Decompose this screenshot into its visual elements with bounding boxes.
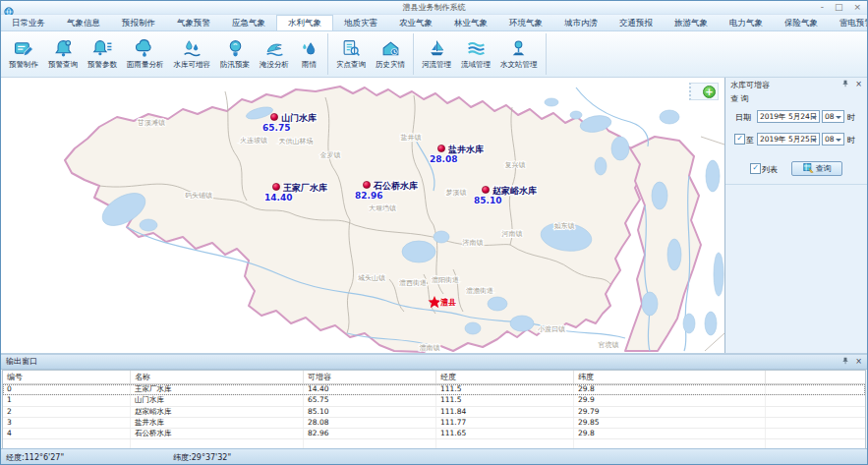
output-panel-title: 输出窗口 xyxy=(6,357,37,366)
to-date-select[interactable]: 2019年 5月25日 xyxy=(757,133,820,145)
toolbar-button-label: 雨情 xyxy=(302,60,317,70)
status-bar: 经度:112°6'27" 纬度:29°37'32" xyxy=(1,448,867,464)
table-cell-filler xyxy=(766,418,865,428)
table-row[interactable]: 4石公桥水库82.96111.6529.8 xyxy=(3,429,865,439)
reservoir-dot-icon[interactable] xyxy=(270,113,277,120)
from-date-select[interactable]: 2019年 5月24日 xyxy=(757,110,820,123)
menu-tab-14[interactable]: 保险气象 xyxy=(774,15,829,30)
reservoir-capacity-value: 14.40 xyxy=(264,193,292,203)
status-latitude: 纬度:29°37'32" xyxy=(173,452,231,463)
column-header-1[interactable]: 名称 xyxy=(131,371,304,383)
panel-close-icon[interactable]: × xyxy=(854,80,863,88)
reservoir-name-label: 赵家峪水库 xyxy=(492,186,537,196)
toolbar-button-flood-plan[interactable]: 防汛预案 xyxy=(215,32,255,76)
toolbar-button-reservoir-capacity[interactable]: 水库可增容 xyxy=(169,32,216,76)
table-row[interactable]: 3盐井水库28.08111.7729.85 xyxy=(3,418,865,429)
flood-plan-icon xyxy=(225,38,246,59)
query-button[interactable]: 查询 xyxy=(791,161,842,176)
toolbar-button-label: 预警制作 xyxy=(9,60,38,70)
table-row[interactable]: 2赵家峪水库85.10111.8429.79 xyxy=(3,407,865,418)
menu-tab-2[interactable]: 预报制作 xyxy=(111,15,166,30)
to-date-checkbox[interactable]: ✓ xyxy=(734,134,745,145)
list-label: 列表 xyxy=(762,164,778,175)
toolbar-button-warning-bell[interactable]: 预警查询 xyxy=(43,32,83,76)
panel-divider xyxy=(725,184,867,185)
river-icon xyxy=(427,38,447,59)
town-label: 如东镇 xyxy=(554,222,575,230)
toolbar-button-submerge[interactable]: 淹没分析 xyxy=(255,32,294,76)
table-cell: 111.5 xyxy=(436,384,574,394)
table-cell: 111.65 xyxy=(436,429,574,438)
pin-icon[interactable] xyxy=(840,80,849,88)
toolbar-separator xyxy=(413,33,414,75)
table-row[interactable]: 1山门水库65.75111.529.9 xyxy=(3,395,865,406)
toolbar-button-basin[interactable]: 流域管理 xyxy=(456,32,495,76)
basin-icon xyxy=(466,38,487,59)
table-cell: 85.10 xyxy=(304,407,436,417)
menu-tab-11[interactable]: 交通预报 xyxy=(608,15,664,30)
map-canvas[interactable]: 甘溪滩镇火连坡镇天供山林场金罗镇盐井镇复兴镇码头铺镇梦溪镇大堰垱镇河南镇涔南镇如… xyxy=(1,78,724,353)
menu-tab-4[interactable]: 应急气象 xyxy=(221,15,276,30)
list-checkbox[interactable]: ✓ xyxy=(750,163,761,174)
maximize-button[interactable]: □ xyxy=(835,1,843,14)
zoom-in-button[interactable]: + xyxy=(703,86,716,98)
table-cell-filler xyxy=(766,384,865,394)
town-label: 河南镇 xyxy=(501,230,523,238)
menu-tab-12[interactable]: 旅游气象 xyxy=(664,15,719,30)
table-cell: 111.84 xyxy=(436,407,574,417)
menu-tab-13[interactable]: 电力气象 xyxy=(719,15,774,30)
menu-tab-3[interactable]: 气象预警 xyxy=(166,15,221,30)
table-cell: 王家厂水库 xyxy=(131,384,304,394)
column-header-3[interactable]: 经度 xyxy=(436,371,574,383)
ribbon-toolbar: 预警制作预警查询预警参数面雨量分析水库可增容防汛预案淹没分析雨情灾点查询历史灾情… xyxy=(1,31,867,78)
reservoir-dot-icon[interactable] xyxy=(363,181,370,188)
output-panel: 输出窗口 × 编号名称可增容经度纬度0王家厂水库14.40111.529.81山… xyxy=(1,353,867,451)
table-cell: 2 xyxy=(3,407,131,417)
output-close-icon[interactable]: × xyxy=(854,357,863,366)
reservoir-dot-icon[interactable] xyxy=(437,145,444,151)
results-table[interactable]: 编号名称可增容经度纬度0王家厂水库14.40111.529.81山门水库65.7… xyxy=(2,370,866,451)
menu-tab-10[interactable]: 城市内涝 xyxy=(553,15,608,30)
menu-tab-5[interactable]: 水利气象 xyxy=(276,15,333,30)
warning-bell-icon xyxy=(53,38,74,59)
column-header-0[interactable]: 编号 xyxy=(3,371,131,383)
menu-tab-15[interactable]: 雷电预警 xyxy=(829,15,868,30)
toolbar-button-disaster-history[interactable]: 历史灾情 xyxy=(371,32,410,76)
toolbar-button-disaster-search[interactable]: 灾点查询 xyxy=(331,32,371,76)
menu-tab-7[interactable]: 农业气象 xyxy=(388,15,443,30)
area-rain-icon xyxy=(135,38,155,59)
output-pin-icon[interactable] xyxy=(840,357,849,366)
reservoir-name-label: 石公桥水库 xyxy=(373,181,418,191)
table-header-row: 编号名称可增容经度纬度 xyxy=(3,371,865,384)
table-cell: 29.85 xyxy=(574,418,766,428)
reservoir-capacity-value: 65.75 xyxy=(262,123,290,133)
table-cell-filler xyxy=(766,407,865,417)
column-header-2[interactable]: 可增容 xyxy=(304,371,436,383)
toolbar-button-label: 预警参数 xyxy=(87,60,117,70)
menu-tab-0[interactable]: 日常业务 xyxy=(1,15,56,30)
minimize-button[interactable]: - xyxy=(821,1,824,14)
to-hour-select[interactable]: 08 xyxy=(822,133,844,145)
toolbar-button-area-rain[interactable]: 面雨量分析 xyxy=(122,32,169,76)
from-hour-select[interactable]: 08 xyxy=(822,110,844,123)
toolbar-button-river[interactable]: 河流管理 xyxy=(417,32,456,76)
column-header-4[interactable]: 纬度 xyxy=(574,371,766,383)
menu-tab-8[interactable]: 林业气象 xyxy=(443,15,498,30)
toolbar-button-warning-params[interactable]: 预警参数 xyxy=(83,32,122,76)
warning-params-icon xyxy=(92,38,113,59)
menu-tab-1[interactable]: 气象信息 xyxy=(56,15,111,30)
reservoir-dot-icon[interactable] xyxy=(272,183,279,190)
menu-tab-6[interactable]: 地质灾害 xyxy=(333,15,388,30)
table-cell: 29.79 xyxy=(574,407,766,417)
table-cell: 65.75 xyxy=(304,395,436,405)
table-cell: 3 xyxy=(3,418,131,428)
toolbar-button-rain-info[interactable]: 雨情 xyxy=(294,32,324,76)
close-button[interactable]: × xyxy=(853,1,861,14)
menu-tab-9[interactable]: 环境气象 xyxy=(498,15,553,30)
toolbar-button-warning-edit[interactable]: 预警制作 xyxy=(4,32,43,76)
table-row[interactable]: 0王家厂水库14.40111.529.8 xyxy=(3,384,865,395)
reservoir-dot-icon[interactable] xyxy=(482,186,489,193)
toolbar-button-hydro-station[interactable]: 水文站管理 xyxy=(495,32,543,76)
table-cell: 28.08 xyxy=(304,418,436,428)
county-seat-label: 澧县 xyxy=(439,298,456,307)
